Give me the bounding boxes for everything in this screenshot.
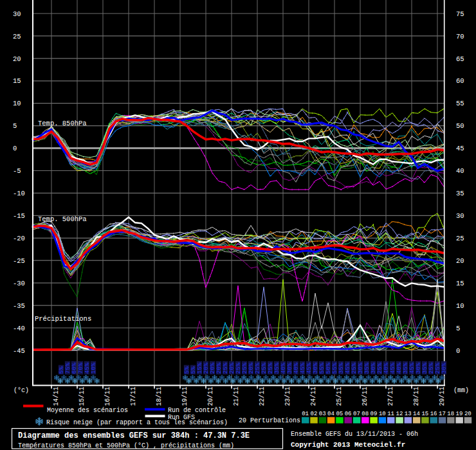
svg-text:-15: -15 — [13, 212, 25, 220]
svg-text:0: 0 — [456, 347, 460, 355]
svg-text:Risque neige (par rapport a to: Risque neige (par rapport a tous les scé… — [46, 419, 228, 426]
svg-text:45: 45 — [456, 145, 464, 152]
svg-text:03: 03 — [319, 411, 326, 417]
svg-text:18/11: 18/11 — [156, 386, 163, 406]
svg-text:15: 15 — [421, 411, 428, 417]
svg-text:24/11: 24/11 — [310, 386, 317, 406]
svg-text:60: 60 — [456, 77, 464, 85]
svg-text:29/11: 29/11 — [439, 386, 446, 406]
svg-text:04: 04 — [327, 411, 334, 417]
svg-text:-5: -5 — [13, 167, 21, 175]
svg-text:10%: 10% — [90, 363, 97, 374]
svg-text:20 Perturbations: 20 Perturbations — [239, 417, 300, 424]
svg-text:25: 25 — [456, 235, 464, 242]
svg-text:-10: -10 — [13, 190, 25, 197]
svg-text:-20: -20 — [13, 235, 25, 242]
svg-text:-30: -30 — [13, 280, 25, 287]
svg-text:07: 07 — [353, 411, 360, 417]
svg-text:15: 15 — [456, 280, 464, 287]
svg-text:5: 5 — [456, 325, 460, 332]
svg-text:75: 75 — [456, 10, 464, 18]
svg-text:20: 20 — [456, 257, 464, 265]
svg-text:15: 15 — [13, 77, 21, 85]
svg-text:19: 19 — [456, 411, 463, 417]
svg-text:65: 65 — [456, 55, 464, 63]
svg-text:05: 05 — [336, 411, 343, 417]
svg-text:Copyright 2013 Meteociel.fr: Copyright 2013 Meteociel.fr — [291, 441, 405, 449]
svg-text:10: 10 — [456, 302, 464, 310]
svg-text:Moyenne des scénarios: Moyenne des scénarios — [47, 407, 128, 414]
svg-text:10: 10 — [13, 100, 21, 107]
svg-text:17: 17 — [439, 411, 446, 417]
svg-text:22/11: 22/11 — [259, 386, 266, 406]
svg-text:30: 30 — [13, 10, 21, 18]
svg-text:70: 70 — [456, 33, 464, 40]
svg-text:Ensemble GEFS du 13/11/2013 -: Ensemble GEFS du 13/11/2013 - 06h — [291, 431, 418, 438]
svg-text:15/11: 15/11 — [78, 386, 86, 406]
svg-text:40: 40 — [456, 167, 464, 175]
svg-text:30: 30 — [456, 212, 464, 220]
svg-text:Temp. 850hPa: Temp. 850hPa — [38, 120, 87, 127]
svg-text:-35: -35 — [13, 302, 25, 310]
svg-text:(mm): (mm) — [453, 387, 469, 394]
svg-text:20/11: 20/11 — [207, 386, 214, 406]
svg-text:Diagramme des ensembles GEFS s: Diagramme des ensembles GEFS sur 384h : … — [18, 431, 250, 440]
svg-text:14: 14 — [413, 411, 420, 417]
svg-text:25: 25 — [13, 33, 21, 40]
svg-text:35: 35 — [456, 190, 464, 197]
svg-text:10: 10 — [379, 411, 386, 417]
svg-text:23/11: 23/11 — [284, 386, 291, 406]
svg-text:55: 55 — [456, 100, 464, 107]
svg-text:-25: -25 — [13, 257, 25, 265]
svg-text:18: 18 — [447, 411, 454, 417]
svg-text:0: 0 — [13, 145, 17, 152]
svg-text:-45: -45 — [13, 347, 25, 355]
svg-text:09: 09 — [371, 411, 378, 417]
svg-text:28/11: 28/11 — [413, 386, 420, 406]
svg-text:27/11: 27/11 — [387, 386, 394, 406]
svg-text:12: 12 — [396, 411, 403, 417]
svg-text:50: 50 — [456, 122, 464, 130]
svg-text:Run de contrôle: Run de contrôle — [168, 407, 226, 414]
svg-text:19/11: 19/11 — [181, 386, 188, 406]
svg-text:13: 13 — [405, 411, 412, 417]
svg-text:01: 01 — [302, 411, 309, 417]
svg-text:26/11: 26/11 — [362, 386, 369, 406]
svg-text:11: 11 — [387, 411, 394, 417]
svg-text:14/11: 14/11 — [53, 386, 60, 406]
svg-text:17/11: 17/11 — [130, 386, 137, 406]
svg-text:08: 08 — [362, 411, 369, 417]
svg-text:20: 20 — [464, 411, 471, 417]
svg-text:25/11: 25/11 — [336, 386, 343, 406]
svg-text:5: 5 — [13, 122, 17, 130]
svg-text:02: 02 — [311, 411, 318, 417]
svg-text:16/11: 16/11 — [104, 386, 111, 406]
svg-text:16: 16 — [430, 411, 437, 417]
svg-text:06: 06 — [345, 411, 352, 417]
svg-text:(°c): (°c) — [14, 387, 29, 394]
svg-text:20: 20 — [13, 55, 21, 63]
svg-text:Températures 850hPa et 500hPa: Températures 850hPa et 500hPa (°C) , pré… — [18, 442, 234, 449]
svg-text:Temp. 500hPa: Temp. 500hPa — [38, 215, 87, 223]
svg-text:30%: 30% — [441, 363, 448, 374]
svg-text:-40: -40 — [13, 325, 25, 332]
svg-text:Précipitations: Précipitations — [35, 315, 91, 323]
svg-text:21/11: 21/11 — [233, 386, 240, 406]
